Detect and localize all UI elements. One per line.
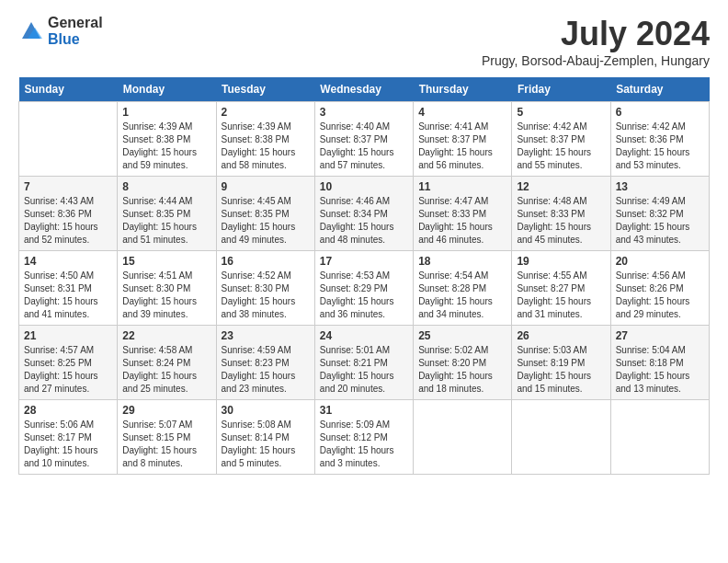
day-info: Sunrise: 4:41 AMSunset: 8:37 PMDaylight:… <box>418 121 506 172</box>
day-info: Sunrise: 4:42 AMSunset: 8:36 PMDaylight:… <box>616 121 704 172</box>
calendar-cell: 15Sunrise: 4:51 AMSunset: 8:30 PMDayligh… <box>118 251 216 326</box>
day-number: 23 <box>222 329 310 342</box>
calendar-cell: 2Sunrise: 4:39 AMSunset: 8:38 PMDaylight… <box>216 102 314 177</box>
calendar-cell: 7Sunrise: 4:43 AMSunset: 8:36 PMDaylight… <box>19 177 118 251</box>
day-header-thursday: Thursday <box>414 77 512 102</box>
day-number: 11 <box>418 180 506 193</box>
month-title: July 2024 <box>482 15 710 53</box>
day-info: Sunrise: 5:07 AMSunset: 8:15 PMDaylight:… <box>122 419 210 470</box>
day-header-monday: Monday <box>118 77 216 102</box>
day-number: 29 <box>122 404 210 417</box>
day-header-sunday: Sunday <box>19 77 118 102</box>
day-info: Sunrise: 4:57 AMSunset: 8:25 PMDaylight:… <box>24 344 112 396</box>
calendar-cell <box>512 400 610 475</box>
logo-blue-text: Blue <box>48 31 103 48</box>
day-info: Sunrise: 4:39 AMSunset: 8:38 PMDaylight:… <box>222 121 310 172</box>
calendar-cell: 14Sunrise: 4:50 AMSunset: 8:31 PMDayligh… <box>19 251 118 326</box>
calendar-week-row: 7Sunrise: 4:43 AMSunset: 8:36 PMDaylight… <box>19 177 710 251</box>
calendar-cell: 1Sunrise: 4:39 AMSunset: 8:38 PMDaylight… <box>118 102 216 177</box>
logo-general-text: General <box>48 15 103 31</box>
day-info: Sunrise: 4:58 AMSunset: 8:24 PMDaylight:… <box>122 344 210 396</box>
calendar-table: SundayMondayTuesdayWednesdayThursdayFrid… <box>18 77 710 475</box>
day-number: 9 <box>222 180 310 193</box>
day-info: Sunrise: 4:44 AMSunset: 8:35 PMDaylight:… <box>122 195 210 247</box>
calendar-cell: 13Sunrise: 4:49 AMSunset: 8:32 PMDayligh… <box>610 177 709 251</box>
calendar-cell: 8Sunrise: 4:44 AMSunset: 8:35 PMDaylight… <box>118 177 216 251</box>
day-number: 1 <box>122 106 210 119</box>
calendar-cell: 28Sunrise: 5:06 AMSunset: 8:17 PMDayligh… <box>19 400 118 475</box>
day-info: Sunrise: 4:55 AMSunset: 8:27 PMDaylight:… <box>517 270 605 321</box>
day-info: Sunrise: 4:51 AMSunset: 8:30 PMDaylight:… <box>122 270 210 321</box>
calendar-cell: 9Sunrise: 4:45 AMSunset: 8:35 PMDaylight… <box>216 177 314 251</box>
day-number: 26 <box>517 329 605 342</box>
calendar-week-row: 21Sunrise: 4:57 AMSunset: 8:25 PMDayligh… <box>19 326 710 400</box>
day-header-friday: Friday <box>512 77 610 102</box>
calendar-cell: 31Sunrise: 5:09 AMSunset: 8:12 PMDayligh… <box>314 400 413 475</box>
title-area: July 2024 Prugy, Borsod-Abauj-Zemplen, H… <box>482 15 710 68</box>
calendar-cell: 27Sunrise: 5:04 AMSunset: 8:18 PMDayligh… <box>610 326 709 400</box>
calendar-week-row: 1Sunrise: 4:39 AMSunset: 8:38 PMDaylight… <box>19 102 710 177</box>
calendar-cell: 17Sunrise: 4:53 AMSunset: 8:29 PMDayligh… <box>314 251 413 326</box>
calendar-cell: 25Sunrise: 5:02 AMSunset: 8:20 PMDayligh… <box>414 326 512 400</box>
day-info: Sunrise: 4:46 AMSunset: 8:34 PMDaylight:… <box>320 195 408 247</box>
day-header-wednesday: Wednesday <box>314 77 413 102</box>
day-number: 27 <box>616 329 704 342</box>
calendar-cell: 22Sunrise: 4:58 AMSunset: 8:24 PMDayligh… <box>118 326 216 400</box>
calendar-cell: 11Sunrise: 4:47 AMSunset: 8:33 PMDayligh… <box>414 177 512 251</box>
calendar-cell: 30Sunrise: 5:08 AMSunset: 8:14 PMDayligh… <box>216 400 314 475</box>
location-subtitle: Prugy, Borsod-Abauj-Zemplen, Hungary <box>482 53 710 68</box>
day-number: 20 <box>616 255 704 268</box>
day-info: Sunrise: 4:59 AMSunset: 8:23 PMDaylight:… <box>222 344 310 396</box>
calendar-cell: 19Sunrise: 4:55 AMSunset: 8:27 PMDayligh… <box>512 251 610 326</box>
day-number: 18 <box>418 255 506 268</box>
day-info: Sunrise: 4:50 AMSunset: 8:31 PMDaylight:… <box>24 270 112 321</box>
day-number: 3 <box>320 106 408 119</box>
day-info: Sunrise: 4:49 AMSunset: 8:32 PMDaylight:… <box>616 195 704 247</box>
calendar-week-row: 28Sunrise: 5:06 AMSunset: 8:17 PMDayligh… <box>19 400 710 475</box>
day-info: Sunrise: 4:43 AMSunset: 8:36 PMDaylight:… <box>24 195 112 247</box>
day-info: Sunrise: 4:47 AMSunset: 8:33 PMDaylight:… <box>418 195 506 247</box>
day-number: 10 <box>320 180 408 193</box>
day-header-tuesday: Tuesday <box>216 77 314 102</box>
day-number: 25 <box>418 329 506 342</box>
day-info: Sunrise: 4:54 AMSunset: 8:28 PMDaylight:… <box>418 270 506 321</box>
calendar-cell: 20Sunrise: 4:56 AMSunset: 8:26 PMDayligh… <box>610 251 709 326</box>
calendar-cell <box>19 102 118 177</box>
day-info: Sunrise: 5:04 AMSunset: 8:18 PMDaylight:… <box>616 344 704 396</box>
logo-text: General Blue <box>48 15 103 47</box>
day-number: 12 <box>517 180 605 193</box>
day-info: Sunrise: 4:39 AMSunset: 8:38 PMDaylight:… <box>122 121 210 172</box>
calendar-cell: 23Sunrise: 4:59 AMSunset: 8:23 PMDayligh… <box>216 326 314 400</box>
calendar-cell: 21Sunrise: 4:57 AMSunset: 8:25 PMDayligh… <box>19 326 118 400</box>
day-info: Sunrise: 5:08 AMSunset: 8:14 PMDaylight:… <box>222 419 310 470</box>
calendar-cell: 12Sunrise: 4:48 AMSunset: 8:33 PMDayligh… <box>512 177 610 251</box>
day-number: 8 <box>122 180 210 193</box>
day-number: 5 <box>517 106 605 119</box>
logo: General Blue <box>18 15 103 47</box>
day-number: 24 <box>320 329 408 342</box>
calendar-cell: 4Sunrise: 4:41 AMSunset: 8:37 PMDaylight… <box>414 102 512 177</box>
day-info: Sunrise: 5:03 AMSunset: 8:19 PMDaylight:… <box>517 344 605 396</box>
day-info: Sunrise: 4:52 AMSunset: 8:30 PMDaylight:… <box>222 270 310 321</box>
day-info: Sunrise: 5:01 AMSunset: 8:21 PMDaylight:… <box>320 344 408 396</box>
day-info: Sunrise: 4:40 AMSunset: 8:37 PMDaylight:… <box>320 121 408 172</box>
day-number: 14 <box>24 255 112 268</box>
day-info: Sunrise: 4:42 AMSunset: 8:37 PMDaylight:… <box>517 121 605 172</box>
calendar-cell: 29Sunrise: 5:07 AMSunset: 8:15 PMDayligh… <box>118 400 216 475</box>
day-header-saturday: Saturday <box>610 77 709 102</box>
day-number: 22 <box>122 329 210 342</box>
day-number: 19 <box>517 255 605 268</box>
calendar-cell <box>414 400 512 475</box>
day-info: Sunrise: 5:02 AMSunset: 8:20 PMDaylight:… <box>418 344 506 396</box>
calendar-cell: 18Sunrise: 4:54 AMSunset: 8:28 PMDayligh… <box>414 251 512 326</box>
calendar-cell: 10Sunrise: 4:46 AMSunset: 8:34 PMDayligh… <box>314 177 413 251</box>
day-number: 28 <box>24 404 112 417</box>
day-info: Sunrise: 5:09 AMSunset: 8:12 PMDaylight:… <box>320 419 408 470</box>
calendar-week-row: 14Sunrise: 4:50 AMSunset: 8:31 PMDayligh… <box>19 251 710 326</box>
page-header: General Blue July 2024 Prugy, Borsod-Aba… <box>18 15 710 68</box>
logo-icon <box>18 18 44 44</box>
day-number: 2 <box>222 106 310 119</box>
day-number: 13 <box>616 180 704 193</box>
day-number: 4 <box>418 106 506 119</box>
calendar-cell: 24Sunrise: 5:01 AMSunset: 8:21 PMDayligh… <box>314 326 413 400</box>
